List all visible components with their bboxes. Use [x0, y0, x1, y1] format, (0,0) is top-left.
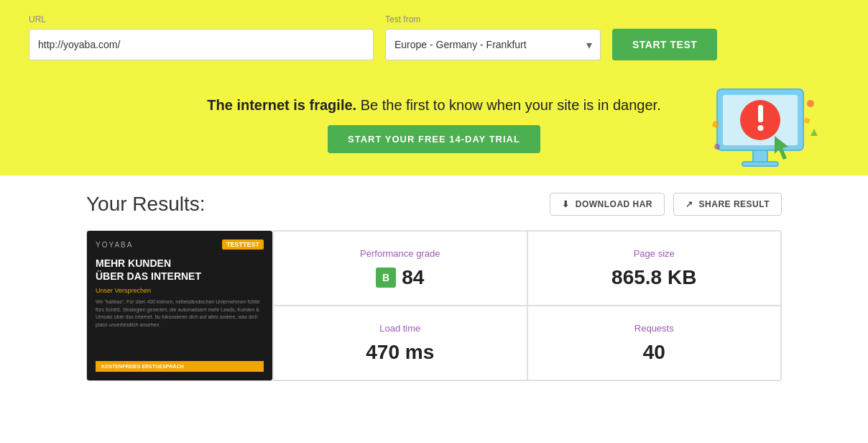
trial-button[interactable]: START YOUR FREE 14-DAY TRIAL: [328, 125, 540, 153]
page-size-value: 865.8 KB: [611, 266, 696, 289]
requests-label: Requests: [634, 323, 674, 334]
banner-text: The internet is fragile. Be the first to…: [207, 97, 660, 114]
download-icon: ⬇: [562, 199, 570, 209]
location-select[interactable]: Europe - Germany - FrankfurtUS - East - …: [385, 29, 601, 60]
screenshot-body: Wir "kalibas". Für über 400 kleinen, mit…: [96, 298, 264, 329]
results-header: Your Results: ⬇ DOWNLOAD HAR ↗ SHARE RES…: [86, 193, 782, 216]
test-from-section: Test from Europe - Germany - FrankfurtUS…: [385, 14, 601, 60]
results-title: Your Results:: [86, 193, 206, 216]
results-grid: YOYABA TESTTEST MEHR KUNDENÜBER DAS INTE…: [86, 230, 782, 381]
svg-rect-5: [758, 105, 763, 122]
performance-grade-value: B 84: [376, 266, 424, 289]
performance-number: 84: [402, 266, 424, 289]
banner-regular-text: Be the first to know when your site is i…: [361, 97, 661, 113]
metric-performance-grade: Performance grade B 84: [273, 231, 527, 306]
share-icon: ↗: [685, 199, 693, 209]
screenshot-subheading: Unser Versprechen: [96, 287, 264, 294]
svg-point-6: [758, 125, 764, 131]
page-size-label: Page size: [634, 248, 675, 259]
load-time-label: Load time: [379, 323, 420, 334]
screenshot-cta: KOSTENFREIES ERSTGESPRÄCH: [96, 361, 264, 372]
grade-badge: B: [376, 268, 396, 288]
monitor-svg: [710, 82, 825, 175]
location-select-wrapper[interactable]: Europe - Germany - FrankfurtUS - East - …: [385, 29, 601, 60]
page-size-number: 865.8 KB: [611, 266, 696, 289]
download-har-button[interactable]: ⬇ DOWNLOAD HAR: [550, 193, 665, 216]
load-time-value: 470 ms: [366, 341, 434, 364]
share-result-label: SHARE RESULT: [699, 199, 770, 209]
performance-grade-label: Performance grade: [360, 248, 440, 259]
monitor-illustration: [710, 82, 825, 175]
svg-point-9: [807, 100, 814, 107]
svg-rect-12: [804, 117, 811, 124]
banner-content: The internet is fragile. Be the first to…: [207, 97, 660, 153]
url-section: URL: [29, 14, 374, 60]
start-test-button[interactable]: START TEST: [612, 29, 717, 60]
results-section: Your Results: ⬇ DOWNLOAD HAR ↗ SHARE RES…: [0, 175, 868, 398]
url-input[interactable]: [29, 29, 374, 60]
load-time-number: 470 ms: [366, 341, 434, 364]
metrics-grid: Performance grade B 84 Page size 865.8 K…: [273, 230, 782, 381]
metric-load-time: Load time 470 ms: [273, 306, 527, 380]
results-actions: ⬇ DOWNLOAD HAR ↗ SHARE RESULT: [550, 193, 782, 216]
download-har-label: DOWNLOAD HAR: [576, 199, 652, 209]
screenshot-badge: TESTTEST: [222, 239, 264, 250]
requests-value: 40: [643, 341, 665, 364]
requests-number: 40: [643, 341, 665, 364]
url-label: URL: [29, 14, 374, 24]
test-from-label: Test from: [385, 14, 601, 24]
banner-bold-text: The internet is fragile.: [207, 97, 356, 113]
screenshot-headline: MEHR KUNDENÜBER DAS INTERNET: [96, 257, 264, 283]
screenshot-header: YOYABA TESTTEST: [96, 239, 264, 250]
site-logo: YOYABA: [96, 241, 133, 249]
svg-point-11: [714, 144, 720, 150]
screenshot-card: YOYABA TESTTEST MEHR KUNDENÜBER DAS INTE…: [86, 230, 273, 381]
svg-rect-3: [742, 162, 778, 166]
share-result-button[interactable]: ↗ SHARE RESULT: [673, 193, 782, 216]
metric-requests: Requests 40: [527, 306, 782, 380]
metric-page-size: Page size 865.8 KB: [527, 231, 782, 306]
svg-marker-10: [811, 129, 818, 136]
promo-banner: The internet is fragile. Be the first to…: [0, 75, 868, 175]
svg-rect-2: [753, 150, 767, 162]
screenshot-inner: YOYABA TESTTEST MEHR KUNDENÜBER DAS INTE…: [87, 231, 272, 380]
